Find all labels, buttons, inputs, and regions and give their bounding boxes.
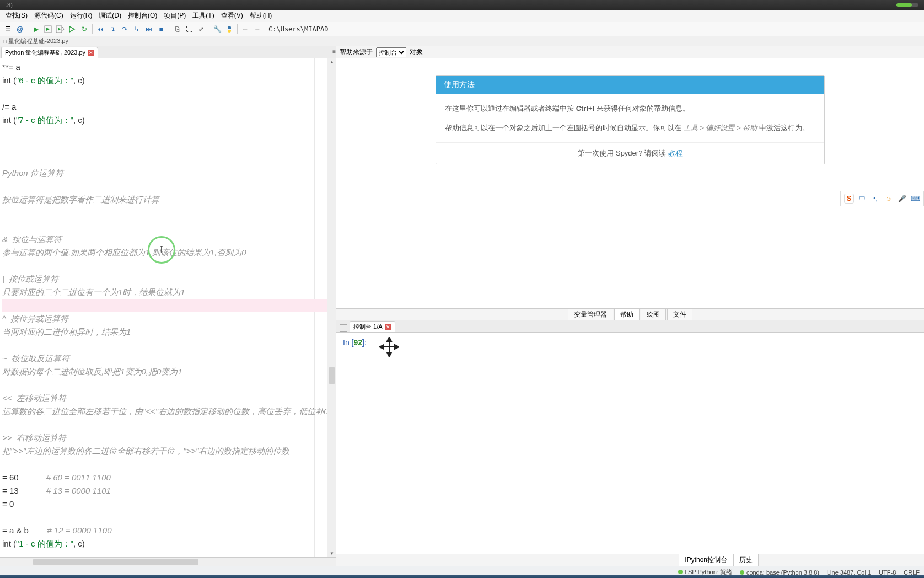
code-line: = a & b # 12 = 0000 1100	[2, 524, 336, 537]
status-led-icon	[740, 570, 744, 575]
tab-history[interactable]: 历史	[733, 554, 759, 566]
menu-run[interactable]: 运行(R)	[67, 10, 96, 22]
preferences-icon[interactable]: 🔧	[212, 24, 223, 35]
help-card-title: 使用方法	[436, 76, 824, 94]
ime-toolbar: S 中 •, ☺ 🎤 ⌨	[840, 191, 924, 206]
svg-marker-9	[379, 345, 384, 349]
help-source-label: 帮助来源于	[340, 47, 373, 57]
at-icon[interactable]: @	[14, 24, 25, 35]
back-icon[interactable]: ←	[240, 24, 251, 35]
run-cell-advance-icon[interactable]	[55, 24, 66, 35]
scroll-down-icon[interactable]: ▼	[330, 551, 334, 556]
code-line: ~ 按位取反运算符	[2, 352, 336, 365]
tutorial-link[interactable]: 教程	[668, 149, 683, 157]
sogou-icon[interactable]: S	[844, 194, 854, 204]
move-cursor-icon	[379, 337, 399, 358]
menu-help[interactable]: 帮助(H)	[246, 10, 276, 22]
editor-scrollbar-vertical[interactable]: ▲ ▼	[327, 58, 336, 557]
code-line: Python 位运算符	[2, 167, 336, 180]
code-line	[2, 220, 336, 233]
help-body: 使用方法 在这里你可以通过在编辑器或者终端中按 Ctrl+I 来获得任何对象的帮…	[336, 58, 924, 308]
maximize-icon[interactable]: ⛶	[184, 24, 195, 35]
code-line: = 0	[2, 497, 336, 511]
console-prompt: In [92]:	[343, 338, 367, 347]
run-cell-icon[interactable]	[42, 24, 53, 35]
help-card-body: 在这里你可以通过在编辑器或者终端中按 Ctrl+I 来获得任何对象的帮助信息。 …	[436, 94, 824, 142]
menu-view[interactable]: 查看(V)	[218, 10, 246, 22]
tab-help[interactable]: 帮助	[614, 308, 640, 321]
close-icon[interactable]: ✕	[385, 324, 391, 330]
help-object-label: 对象	[410, 47, 423, 57]
editor-pane: Python 量化编程基础-2023.py ✕ ≡ **= aint ("6 -…	[0, 46, 336, 566]
ime-emoji-icon[interactable]: ☺	[884, 194, 894, 204]
collapse-icon[interactable]: ≡	[332, 49, 336, 55]
progress-indicator	[896, 3, 918, 7]
breadcrumb: n 量化编程基础-2023.py	[0, 36, 924, 46]
code-line: << 左移动运算符	[2, 392, 336, 405]
code-line: 参与运算的两个值,如果两个相应位都为1,则该位的结果为1,否则为0	[2, 246, 336, 259]
forward-icon[interactable]: →	[252, 24, 263, 35]
code-line	[2, 458, 336, 471]
console-tab[interactable]: 控制台 1/A ✕	[350, 321, 395, 332]
ime-voice-icon[interactable]: 🎤	[897, 194, 907, 204]
debug-stepover-icon[interactable]: ↷	[119, 24, 130, 35]
rerun-icon[interactable]: ↻	[79, 24, 90, 35]
menu-debug[interactable]: 调试(D)	[95, 10, 125, 22]
menu-source[interactable]: 源代码(C)	[31, 10, 67, 22]
run-selection-icon[interactable]	[67, 24, 78, 35]
status-led-icon	[678, 570, 683, 574]
fullscreen-icon[interactable]: ⤢	[196, 24, 207, 35]
pythonpath-icon[interactable]	[224, 24, 235, 35]
code-line	[2, 87, 336, 100]
close-icon[interactable]: ✕	[88, 50, 94, 56]
code-line	[2, 153, 336, 167]
svg-marker-8	[387, 352, 391, 357]
save-layout-icon[interactable]: ⎘	[171, 24, 182, 35]
editor-tabs: Python 量化编程基础-2023.py ✕ ≡	[0, 46, 336, 58]
editor-scrollbar-horizontal[interactable]	[0, 557, 336, 566]
console-pane: 控制台 1/A ✕ In [92]:	[336, 320, 924, 554]
editor-body[interactable]: **= aint ("6 - c 的值为：", c) /= aint ("7 -…	[0, 58, 336, 557]
tab-ipython-console[interactable]: IPython控制台	[679, 554, 733, 566]
code-line	[2, 180, 336, 193]
code-line: int ("6 - c 的值为：", c)	[2, 74, 336, 87]
tab-variable-explorer[interactable]: 变量管理器	[568, 308, 613, 321]
console-options-icon[interactable]	[340, 324, 347, 332]
code-line	[2, 127, 336, 140]
run-icon[interactable]: ▶	[30, 24, 41, 35]
debug-step-icon[interactable]: ⏮	[95, 24, 106, 35]
console-tab-label: 控制台 1/A	[353, 323, 383, 331]
tab-plots[interactable]: 绘图	[641, 308, 666, 321]
menu-projects[interactable]: 项目(P)	[160, 10, 189, 22]
scrollbar-thumb[interactable]	[329, 367, 335, 384]
code-line: = 60 # 60 = 0011 1100	[2, 471, 336, 484]
editor-tab[interactable]: Python 量化编程基础-2023.py ✕	[1, 47, 98, 58]
ime-lang-icon[interactable]: 中	[857, 194, 867, 204]
help-source-select[interactable]: 控制台	[376, 47, 406, 57]
code-line: 对数据的每个二进制位取反,即把1变为0,把0变为1	[2, 365, 336, 378]
taskbar	[0, 575, 924, 578]
menu-consoles[interactable]: 控制台(O)	[125, 10, 160, 22]
breadcrumb-text: n 量化编程基础-2023.py	[3, 38, 68, 44]
window-titlebar: .8)	[0, 0, 924, 10]
code-line: 按位运算符是把数字看作二进制来进行计算	[2, 193, 336, 206]
debug-continue-icon[interactable]: ⏭	[143, 24, 154, 35]
menu-find[interactable]: 查找(S)	[2, 10, 31, 22]
menu-tools[interactable]: 工具(T)	[189, 10, 217, 22]
outline-icon[interactable]: ☰	[2, 24, 13, 35]
console-tabs: 控制台 1/A ✕	[336, 320, 924, 333]
ime-punct-icon[interactable]: •,	[871, 194, 880, 204]
scrollbar-thumb-h[interactable]	[33, 559, 198, 565]
ime-keyboard-icon[interactable]: ⌨	[910, 194, 920, 204]
code-line	[2, 418, 336, 431]
scroll-up-icon[interactable]: ▲	[330, 60, 334, 65]
svg-marker-7	[387, 337, 391, 341]
console-body[interactable]: In [92]:	[336, 333, 924, 554]
tab-files[interactable]: 文件	[667, 308, 692, 321]
debug-stepout-icon[interactable]: ↳	[131, 24, 142, 35]
debug-stepinto-icon[interactable]: ↴	[107, 24, 118, 35]
svg-marker-10	[395, 345, 399, 349]
code-line	[2, 206, 336, 220]
debug-stop-icon[interactable]: ■	[155, 24, 166, 35]
code-line: 把">>"左边的运算数的各二进位全部右移若干位，">>"右边的数指定移动的位数	[2, 445, 336, 458]
